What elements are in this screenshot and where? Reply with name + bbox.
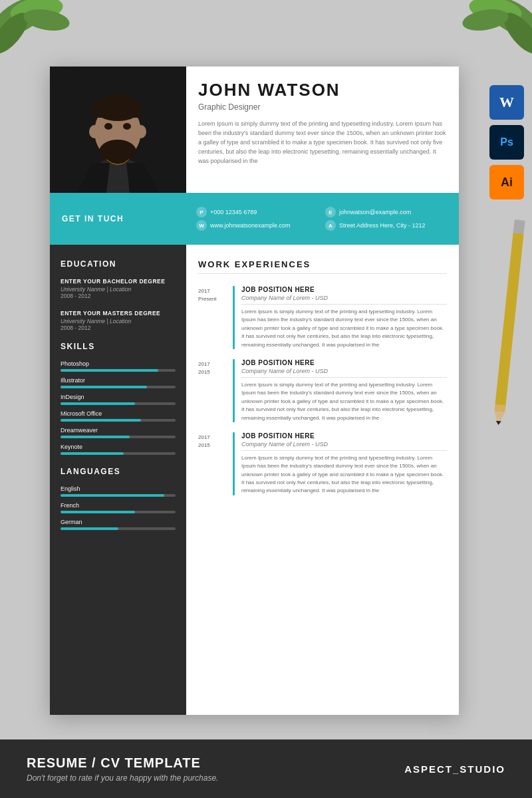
bottom-bar-left: RESUME / CV TEMPLATE Don't forget to rat… [27,755,218,783]
work-divider-1 [233,286,235,349]
work-divider-3 [233,432,235,495]
skill-photoshop-name: Photoshop [61,360,176,367]
bottom-bar-brand: ASPECT_STUDIO [404,763,505,775]
leaves-left [0,0,86,73]
main-content: WORK EXPERIENCES 2017 Present JOB POSITI… [186,245,459,715]
lang-english-bar-bg [61,494,176,497]
work-date-3: 2017 2015 [198,432,233,495]
work-desc-1: Lorem Ipsum is simply dummy text of the … [241,308,447,349]
skill-illustrator-bar-fill [61,386,147,388]
svg-rect-24 [50,66,186,193]
contact-phone: P +000 12345 6789 [196,207,320,217]
edu-degree-1: ENTER YOUR BACHELOR DEGREE [61,278,176,285]
resume-card: JOHN WATSON Graphic Designer Lorem Ipsum… [50,66,459,715]
work-position-1: JOB POSITION HERE [241,286,447,293]
skill-dreamweaver: Dreamweaver [61,427,176,438]
work-company-3: Company Name of Lorem - USD [241,441,447,451]
lang-english: English [61,485,176,497]
lang-german-name: German [61,519,176,525]
name-bio-section: JOHN WATSON Graphic Designer Lorem Ipsum… [186,66,459,193]
contact-bar: GET IN TUCH P +000 12345 6789 E johnwats… [50,193,459,245]
work-desc-2: Lorem Ipsum is simply dummy text of the … [241,381,447,422]
work-date-1: 2017 Present [198,286,233,349]
work-details-2: JOB POSITION HERE Company Name of Lorem … [241,359,447,422]
skill-indesign-bar-fill [61,402,135,405]
work-divider-2 [233,359,235,422]
address-value: Street Address Here, City - 1212 [339,222,426,229]
illustrator-icon[interactable]: Ai [489,165,524,200]
edu-years-1: 2008 - 2012 [61,293,176,299]
lang-german-bar-bg [61,527,176,530]
email-icon: E [325,207,336,217]
lang-english-bar-fill [61,494,164,497]
contact-address: A Street Address Here, City - 1212 [325,220,449,231]
person-photo [50,66,186,193]
svg-marker-9 [495,421,501,426]
lang-german-bar-fill [61,527,118,530]
web-value: www.johnwatsonexample.com [210,222,291,229]
languages-section-title: LANGUAGES [61,467,176,476]
person-title: Graphic Designer [198,102,447,112]
bottom-bar: RESUME / CV TEMPLATE Don't forget to rat… [0,739,532,798]
leaves-right [446,0,532,73]
skill-photoshop: Photoshop [61,360,176,372]
work-item-1: 2017 Present JOB POSITION HERE Company N… [198,286,447,349]
work-position-2: JOB POSITION HERE [241,359,447,366]
skill-dreamweaver-bar-bg [61,436,176,438]
phone-icon: P [196,207,207,217]
contact-details: P +000 12345 6789 E johnwatson@example.c… [186,207,459,231]
skill-keynote-bar-fill [61,452,124,455]
skills-section-title: SKILLS [61,342,176,351]
skill-dreamweaver-bar-fill [61,436,130,438]
work-item-2: 2017 2015 JOB POSITION HERE Company Name… [198,359,447,422]
person-name: JOHN WATSON [198,81,447,98]
email-value: johnwatson@example.com [339,209,411,215]
skill-dreamweaver-name: Dreamweaver [61,427,176,434]
skill-illustrator: Illustrator [61,377,176,388]
person-bio: Lorem Ipsum is simply dummy text of the … [198,120,447,166]
education-section-title: EDUCATION [61,259,176,269]
skill-indesign-bar-bg [61,402,176,405]
skill-illustrator-name: Illustrator [61,377,176,384]
work-details-1: JOB POSITION HERE Company Name of Lorem … [241,286,447,349]
lang-french-bar-fill [61,511,135,513]
edu-item-1: ENTER YOUR BACHELOR DEGREE University Na… [61,278,176,299]
photo-section [50,66,186,193]
skill-indesign: InDesign [61,394,176,405]
resume-header: JOHN WATSON Graphic Designer Lorem Ipsum… [50,66,459,193]
lang-german: German [61,519,176,530]
contact-bar-label: GET IN TUCH [50,214,186,223]
work-desc-3: Lorem Ipsum is simply dummy text of the … [241,454,447,495]
skill-keynote: Keynote [61,444,176,455]
work-date-2: 2017 2015 [198,359,233,422]
web-icon: W [196,220,207,231]
contact-web: W www.johnwatsonexample.com [196,220,320,231]
edu-degree-2: ENTER YOUR MASTERS DEGREE [61,310,176,317]
work-company-2: Company Name of Lorem - USD [241,368,447,378]
lang-french-name: French [61,502,176,509]
skill-photoshop-bar-fill [61,369,158,372]
work-position-3: JOB POSITION HERE [241,432,447,440]
skill-msoffice-bar-bg [61,419,176,422]
work-item-3: 2017 2015 JOB POSITION HERE Company Name… [198,432,447,495]
work-company-1: Company Name of Lorem - USD [241,295,447,305]
skill-keynote-bar-bg [61,452,176,455]
resume-body: EDUCATION ENTER YOUR BACHELOR DEGREE Uni… [50,245,459,715]
edu-years-2: 2008 - 2012 [61,325,176,331]
word-icon[interactable]: W [489,85,524,120]
bottom-bar-title: RESUME / CV TEMPLATE [27,755,218,771]
work-section-title: WORK EXPERIENCES [198,259,447,274]
skill-msoffice: Microsoft Office [61,410,176,422]
lang-english-name: English [61,485,176,492]
edu-item-2: ENTER YOUR MASTERS DEGREE University Nan… [61,310,176,331]
lang-french: French [61,502,176,513]
lang-french-bar-bg [61,511,176,513]
skill-keynote-name: Keynote [61,444,176,450]
sidebar: EDUCATION ENTER YOUR BACHELOR DEGREE Uni… [50,245,186,715]
photoshop-icon[interactable]: Ps [489,125,524,160]
skill-illustrator-bar-bg [61,386,176,388]
contact-email: E johnwatson@example.com [325,207,449,217]
work-details-3: JOB POSITION HERE Company Name of Lorem … [241,432,447,495]
bottom-bar-subtitle: Don't forget to rate if you are happy wi… [27,773,218,783]
edu-university-2: University Nanme | Location [61,318,176,325]
